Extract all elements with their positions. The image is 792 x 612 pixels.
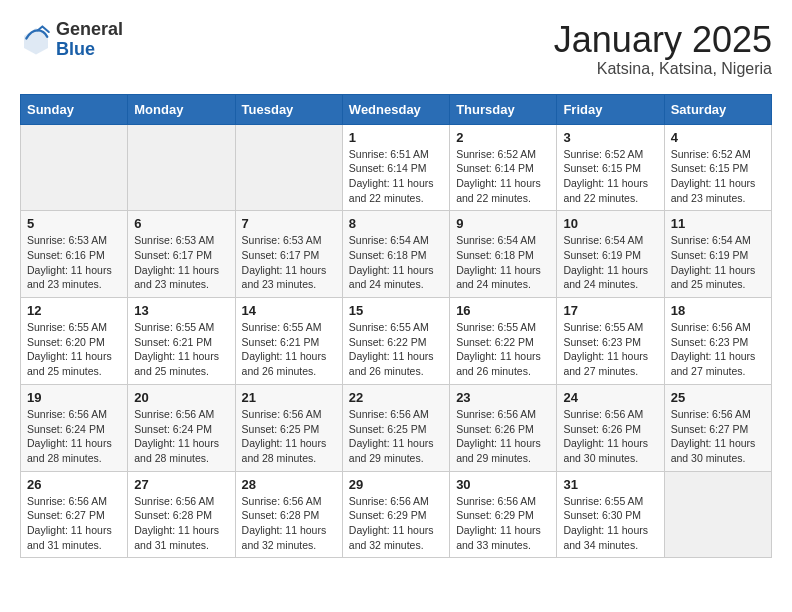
day-number: 15: [349, 303, 443, 318]
day-info: Sunrise: 6:55 AM Sunset: 6:20 PM Dayligh…: [27, 320, 121, 379]
day-number: 14: [242, 303, 336, 318]
day-info: Sunrise: 6:56 AM Sunset: 6:27 PM Dayligh…: [27, 494, 121, 553]
day-info: Sunrise: 6:56 AM Sunset: 6:27 PM Dayligh…: [671, 407, 765, 466]
day-number: 7: [242, 216, 336, 231]
day-number: 30: [456, 477, 550, 492]
day-info: Sunrise: 6:53 AM Sunset: 6:17 PM Dayligh…: [242, 233, 336, 292]
day-number: 18: [671, 303, 765, 318]
day-number: 12: [27, 303, 121, 318]
logo: General Blue: [20, 20, 123, 60]
day-number: 26: [27, 477, 121, 492]
calendar-cell: 17Sunrise: 6:55 AM Sunset: 6:23 PM Dayli…: [557, 298, 664, 385]
calendar-cell: 26Sunrise: 6:56 AM Sunset: 6:27 PM Dayli…: [21, 471, 128, 558]
title-block: January 2025 Katsina, Katsina, Nigeria: [554, 20, 772, 78]
day-number: 25: [671, 390, 765, 405]
calendar-table: SundayMondayTuesdayWednesdayThursdayFrid…: [20, 94, 772, 559]
day-info: Sunrise: 6:56 AM Sunset: 6:29 PM Dayligh…: [456, 494, 550, 553]
day-header-tuesday: Tuesday: [235, 94, 342, 124]
calendar-cell: 5Sunrise: 6:53 AM Sunset: 6:16 PM Daylig…: [21, 211, 128, 298]
day-info: Sunrise: 6:56 AM Sunset: 6:23 PM Dayligh…: [671, 320, 765, 379]
day-number: 6: [134, 216, 228, 231]
calendar-subtitle: Katsina, Katsina, Nigeria: [554, 60, 772, 78]
calendar-week-row: 12Sunrise: 6:55 AM Sunset: 6:20 PM Dayli…: [21, 298, 772, 385]
header: General Blue January 2025 Katsina, Katsi…: [20, 20, 772, 78]
day-info: Sunrise: 6:56 AM Sunset: 6:26 PM Dayligh…: [563, 407, 657, 466]
calendar-week-row: 5Sunrise: 6:53 AM Sunset: 6:16 PM Daylig…: [21, 211, 772, 298]
calendar-week-row: 19Sunrise: 6:56 AM Sunset: 6:24 PM Dayli…: [21, 384, 772, 471]
calendar-cell: 22Sunrise: 6:56 AM Sunset: 6:25 PM Dayli…: [342, 384, 449, 471]
day-number: 21: [242, 390, 336, 405]
calendar-cell: 12Sunrise: 6:55 AM Sunset: 6:20 PM Dayli…: [21, 298, 128, 385]
day-info: Sunrise: 6:53 AM Sunset: 6:16 PM Dayligh…: [27, 233, 121, 292]
calendar-cell: 7Sunrise: 6:53 AM Sunset: 6:17 PM Daylig…: [235, 211, 342, 298]
calendar-cell: 30Sunrise: 6:56 AM Sunset: 6:29 PM Dayli…: [450, 471, 557, 558]
day-number: 20: [134, 390, 228, 405]
day-number: 23: [456, 390, 550, 405]
day-number: 11: [671, 216, 765, 231]
day-number: 24: [563, 390, 657, 405]
day-header-saturday: Saturday: [664, 94, 771, 124]
calendar-header: SundayMondayTuesdayWednesdayThursdayFrid…: [21, 94, 772, 124]
calendar-cell: [235, 124, 342, 211]
calendar-cell: [128, 124, 235, 211]
day-number: 27: [134, 477, 228, 492]
calendar-cell: 23Sunrise: 6:56 AM Sunset: 6:26 PM Dayli…: [450, 384, 557, 471]
logo-blue-label: Blue: [56, 40, 123, 60]
day-info: Sunrise: 6:56 AM Sunset: 6:28 PM Dayligh…: [134, 494, 228, 553]
day-info: Sunrise: 6:51 AM Sunset: 6:14 PM Dayligh…: [349, 147, 443, 206]
calendar-cell: 27Sunrise: 6:56 AM Sunset: 6:28 PM Dayli…: [128, 471, 235, 558]
page: General Blue January 2025 Katsina, Katsi…: [0, 0, 792, 568]
calendar-cell: 16Sunrise: 6:55 AM Sunset: 6:22 PM Dayli…: [450, 298, 557, 385]
day-number: 9: [456, 216, 550, 231]
calendar-cell: 8Sunrise: 6:54 AM Sunset: 6:18 PM Daylig…: [342, 211, 449, 298]
day-header-thursday: Thursday: [450, 94, 557, 124]
day-info: Sunrise: 6:54 AM Sunset: 6:19 PM Dayligh…: [563, 233, 657, 292]
day-header-friday: Friday: [557, 94, 664, 124]
logo-general-label: General: [56, 20, 123, 40]
day-info: Sunrise: 6:54 AM Sunset: 6:19 PM Dayligh…: [671, 233, 765, 292]
day-number: 31: [563, 477, 657, 492]
day-number: 16: [456, 303, 550, 318]
day-info: Sunrise: 6:56 AM Sunset: 6:28 PM Dayligh…: [242, 494, 336, 553]
calendar-cell: 31Sunrise: 6:55 AM Sunset: 6:30 PM Dayli…: [557, 471, 664, 558]
calendar-cell: 20Sunrise: 6:56 AM Sunset: 6:24 PM Dayli…: [128, 384, 235, 471]
day-header-monday: Monday: [128, 94, 235, 124]
day-info: Sunrise: 6:56 AM Sunset: 6:24 PM Dayligh…: [134, 407, 228, 466]
day-number: 13: [134, 303, 228, 318]
day-number: 10: [563, 216, 657, 231]
day-info: Sunrise: 6:52 AM Sunset: 6:15 PM Dayligh…: [671, 147, 765, 206]
day-header-row: SundayMondayTuesdayWednesdayThursdayFrid…: [21, 94, 772, 124]
calendar-cell: 1Sunrise: 6:51 AM Sunset: 6:14 PM Daylig…: [342, 124, 449, 211]
calendar-cell: 25Sunrise: 6:56 AM Sunset: 6:27 PM Dayli…: [664, 384, 771, 471]
calendar-cell: [664, 471, 771, 558]
calendar-cell: 21Sunrise: 6:56 AM Sunset: 6:25 PM Dayli…: [235, 384, 342, 471]
calendar-cell: 18Sunrise: 6:56 AM Sunset: 6:23 PM Dayli…: [664, 298, 771, 385]
day-info: Sunrise: 6:54 AM Sunset: 6:18 PM Dayligh…: [349, 233, 443, 292]
day-info: Sunrise: 6:55 AM Sunset: 6:22 PM Dayligh…: [456, 320, 550, 379]
calendar-cell: 13Sunrise: 6:55 AM Sunset: 6:21 PM Dayli…: [128, 298, 235, 385]
calendar-cell: 28Sunrise: 6:56 AM Sunset: 6:28 PM Dayli…: [235, 471, 342, 558]
calendar-cell: 19Sunrise: 6:56 AM Sunset: 6:24 PM Dayli…: [21, 384, 128, 471]
calendar-cell: 6Sunrise: 6:53 AM Sunset: 6:17 PM Daylig…: [128, 211, 235, 298]
day-info: Sunrise: 6:55 AM Sunset: 6:21 PM Dayligh…: [242, 320, 336, 379]
calendar-cell: [21, 124, 128, 211]
calendar-week-row: 26Sunrise: 6:56 AM Sunset: 6:27 PM Dayli…: [21, 471, 772, 558]
calendar-cell: 11Sunrise: 6:54 AM Sunset: 6:19 PM Dayli…: [664, 211, 771, 298]
day-info: Sunrise: 6:53 AM Sunset: 6:17 PM Dayligh…: [134, 233, 228, 292]
day-number: 1: [349, 130, 443, 145]
day-info: Sunrise: 6:56 AM Sunset: 6:29 PM Dayligh…: [349, 494, 443, 553]
logo-text: General Blue: [56, 20, 123, 60]
calendar-cell: 10Sunrise: 6:54 AM Sunset: 6:19 PM Dayli…: [557, 211, 664, 298]
day-info: Sunrise: 6:56 AM Sunset: 6:26 PM Dayligh…: [456, 407, 550, 466]
day-info: Sunrise: 6:56 AM Sunset: 6:25 PM Dayligh…: [242, 407, 336, 466]
day-number: 5: [27, 216, 121, 231]
calendar-cell: 9Sunrise: 6:54 AM Sunset: 6:18 PM Daylig…: [450, 211, 557, 298]
calendar-cell: 15Sunrise: 6:55 AM Sunset: 6:22 PM Dayli…: [342, 298, 449, 385]
calendar-title: January 2025: [554, 20, 772, 60]
calendar-cell: 24Sunrise: 6:56 AM Sunset: 6:26 PM Dayli…: [557, 384, 664, 471]
logo-icon: [20, 24, 52, 56]
day-header-sunday: Sunday: [21, 94, 128, 124]
day-number: 4: [671, 130, 765, 145]
calendar-week-row: 1Sunrise: 6:51 AM Sunset: 6:14 PM Daylig…: [21, 124, 772, 211]
day-info: Sunrise: 6:54 AM Sunset: 6:18 PM Dayligh…: [456, 233, 550, 292]
